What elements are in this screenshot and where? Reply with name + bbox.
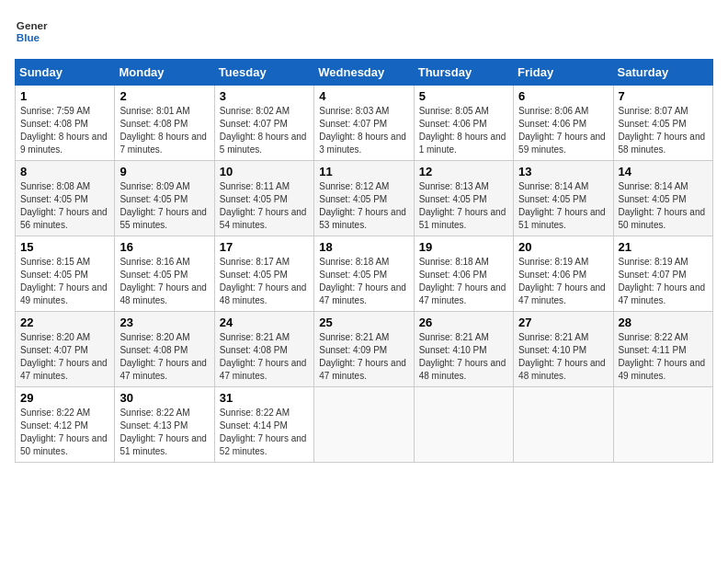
day-cell: 11Sunrise: 8:12 AMSunset: 4:05 PMDayligh… xyxy=(314,161,414,236)
day-number: 4 xyxy=(319,89,408,103)
day-info: Sunrise: 8:21 AMSunset: 4:08 PMDaylight:… xyxy=(220,331,309,383)
day-number: 21 xyxy=(619,240,708,254)
day-cell: 8Sunrise: 8:08 AMSunset: 4:05 PMDaylight… xyxy=(16,161,115,236)
day-info: Sunrise: 8:16 AMSunset: 4:05 PMDaylight:… xyxy=(119,256,209,307)
day-cell: 22Sunrise: 8:20 AMSunset: 4:07 PMDayligh… xyxy=(16,312,115,387)
day-of-week-saturday: Saturday xyxy=(613,60,712,86)
day-cell: 18Sunrise: 8:18 AMSunset: 4:05 PMDayligh… xyxy=(314,236,414,312)
day-cell: 17Sunrise: 8:17 AMSunset: 4:05 PMDayligh… xyxy=(214,236,313,312)
day-info: Sunrise: 8:20 AMSunset: 4:07 PMDaylight:… xyxy=(20,331,109,383)
day-of-week-tuesday: Tuesday xyxy=(214,60,313,86)
day-info: Sunrise: 8:22 AMSunset: 4:11 PMDaylight:… xyxy=(619,331,708,383)
day-of-week-thursday: Thursday xyxy=(414,60,513,86)
logo-icon: General Blue xyxy=(15,15,48,48)
day-cell: 16Sunrise: 8:16 AMSunset: 4:05 PMDayligh… xyxy=(115,236,214,312)
day-cell xyxy=(414,387,513,463)
day-cell xyxy=(314,387,414,463)
day-info: Sunrise: 8:07 AMSunset: 4:05 PMDaylight:… xyxy=(619,105,708,156)
day-info: Sunrise: 8:01 AMSunset: 4:08 PMDaylight:… xyxy=(119,105,209,156)
day-of-week-wednesday: Wednesday xyxy=(314,60,414,86)
day-info: Sunrise: 7:59 AMSunset: 4:08 PMDaylight:… xyxy=(20,105,109,156)
day-number: 20 xyxy=(518,240,608,254)
day-cell: 1Sunrise: 7:59 AMSunset: 4:08 PMDaylight… xyxy=(16,86,115,161)
calendar-table: SundayMondayTuesdayWednesdayThursdayFrid… xyxy=(15,59,713,463)
days-of-week-row: SundayMondayTuesdayWednesdayThursdayFrid… xyxy=(16,60,713,86)
week-row-4: 22Sunrise: 8:20 AMSunset: 4:07 PMDayligh… xyxy=(16,312,713,387)
day-cell xyxy=(613,387,712,463)
day-cell: 2Sunrise: 8:01 AMSunset: 4:08 PMDaylight… xyxy=(115,86,214,161)
day-info: Sunrise: 8:09 AMSunset: 4:05 PMDaylight:… xyxy=(119,180,209,232)
day-number: 28 xyxy=(619,316,708,329)
logo: General Blue xyxy=(15,15,48,48)
calendar-header: SundayMondayTuesdayWednesdayThursdayFrid… xyxy=(16,60,713,86)
day-info: Sunrise: 8:17 AMSunset: 4:05 PMDaylight:… xyxy=(220,256,309,307)
day-info: Sunrise: 8:21 AMSunset: 4:10 PMDaylight:… xyxy=(419,331,508,383)
calendar-body: 1Sunrise: 7:59 AMSunset: 4:08 PMDaylight… xyxy=(16,86,713,463)
day-number: 24 xyxy=(220,316,309,329)
day-number: 22 xyxy=(20,316,109,329)
day-number: 13 xyxy=(518,165,608,178)
week-row-5: 29Sunrise: 8:22 AMSunset: 4:12 PMDayligh… xyxy=(16,387,713,463)
day-cell: 3Sunrise: 8:02 AMSunset: 4:07 PMDaylight… xyxy=(214,86,313,161)
day-cell: 25Sunrise: 8:21 AMSunset: 4:09 PMDayligh… xyxy=(314,312,414,387)
day-info: Sunrise: 8:22 AMSunset: 4:14 PMDaylight:… xyxy=(220,407,309,458)
day-cell: 4Sunrise: 8:03 AMSunset: 4:07 PMDaylight… xyxy=(314,86,414,161)
day-info: Sunrise: 8:22 AMSunset: 4:13 PMDaylight:… xyxy=(119,407,209,458)
day-number: 12 xyxy=(419,165,508,178)
day-info: Sunrise: 8:05 AMSunset: 4:06 PMDaylight:… xyxy=(419,105,508,156)
day-info: Sunrise: 8:18 AMSunset: 4:06 PMDaylight:… xyxy=(419,256,508,307)
day-number: 16 xyxy=(119,240,209,254)
day-number: 2 xyxy=(119,89,209,103)
day-number: 5 xyxy=(419,89,508,103)
day-cell: 7Sunrise: 8:07 AMSunset: 4:05 PMDaylight… xyxy=(613,86,712,161)
day-number: 6 xyxy=(518,89,608,103)
day-info: Sunrise: 8:08 AMSunset: 4:05 PMDaylight:… xyxy=(20,180,109,232)
day-number: 23 xyxy=(119,316,209,329)
week-row-2: 8Sunrise: 8:08 AMSunset: 4:05 PMDaylight… xyxy=(16,161,713,236)
day-cell: 21Sunrise: 8:19 AMSunset: 4:07 PMDayligh… xyxy=(613,236,712,312)
day-cell: 23Sunrise: 8:20 AMSunset: 4:08 PMDayligh… xyxy=(115,312,214,387)
day-cell: 14Sunrise: 8:14 AMSunset: 4:05 PMDayligh… xyxy=(613,161,712,236)
day-info: Sunrise: 8:11 AMSunset: 4:05 PMDaylight:… xyxy=(220,180,309,232)
day-info: Sunrise: 8:03 AMSunset: 4:07 PMDaylight:… xyxy=(319,105,408,156)
day-number: 30 xyxy=(119,391,209,405)
day-number: 19 xyxy=(419,240,508,254)
day-cell: 5Sunrise: 8:05 AMSunset: 4:06 PMDaylight… xyxy=(414,86,513,161)
day-cell: 30Sunrise: 8:22 AMSunset: 4:13 PMDayligh… xyxy=(115,387,214,463)
day-cell: 15Sunrise: 8:15 AMSunset: 4:05 PMDayligh… xyxy=(16,236,115,312)
day-cell: 28Sunrise: 8:22 AMSunset: 4:11 PMDayligh… xyxy=(613,312,712,387)
header: General Blue xyxy=(15,15,713,48)
day-number: 3 xyxy=(220,89,309,103)
day-info: Sunrise: 8:14 AMSunset: 4:05 PMDaylight:… xyxy=(619,180,708,232)
day-number: 27 xyxy=(518,316,608,329)
day-info: Sunrise: 8:19 AMSunset: 4:06 PMDaylight:… xyxy=(518,256,608,307)
day-number: 10 xyxy=(220,165,309,178)
day-info: Sunrise: 8:15 AMSunset: 4:05 PMDaylight:… xyxy=(20,256,109,307)
day-info: Sunrise: 8:18 AMSunset: 4:05 PMDaylight:… xyxy=(319,256,408,307)
day-cell: 29Sunrise: 8:22 AMSunset: 4:12 PMDayligh… xyxy=(16,387,115,463)
day-number: 7 xyxy=(619,89,708,103)
day-number: 1 xyxy=(20,89,109,103)
day-of-week-sunday: Sunday xyxy=(16,60,115,86)
day-number: 18 xyxy=(319,240,408,254)
day-info: Sunrise: 8:19 AMSunset: 4:07 PMDaylight:… xyxy=(619,256,708,307)
day-number: 9 xyxy=(119,165,209,178)
day-cell xyxy=(514,387,613,463)
day-number: 26 xyxy=(419,316,508,329)
day-info: Sunrise: 8:20 AMSunset: 4:08 PMDaylight:… xyxy=(119,331,209,383)
day-number: 14 xyxy=(619,165,708,178)
day-info: Sunrise: 8:21 AMSunset: 4:10 PMDaylight:… xyxy=(518,331,608,383)
week-row-3: 15Sunrise: 8:15 AMSunset: 4:05 PMDayligh… xyxy=(16,236,713,312)
day-info: Sunrise: 8:13 AMSunset: 4:05 PMDaylight:… xyxy=(419,180,508,232)
day-number: 17 xyxy=(220,240,309,254)
day-cell: 19Sunrise: 8:18 AMSunset: 4:06 PMDayligh… xyxy=(414,236,513,312)
day-number: 29 xyxy=(20,391,109,405)
day-number: 8 xyxy=(20,165,109,178)
day-info: Sunrise: 8:14 AMSunset: 4:05 PMDaylight:… xyxy=(518,180,608,232)
day-cell: 12Sunrise: 8:13 AMSunset: 4:05 PMDayligh… xyxy=(414,161,513,236)
day-cell: 10Sunrise: 8:11 AMSunset: 4:05 PMDayligh… xyxy=(214,161,313,236)
day-of-week-friday: Friday xyxy=(514,60,613,86)
day-cell: 9Sunrise: 8:09 AMSunset: 4:05 PMDaylight… xyxy=(115,161,214,236)
day-of-week-monday: Monday xyxy=(115,60,214,86)
day-info: Sunrise: 8:06 AMSunset: 4:06 PMDaylight:… xyxy=(518,105,608,156)
